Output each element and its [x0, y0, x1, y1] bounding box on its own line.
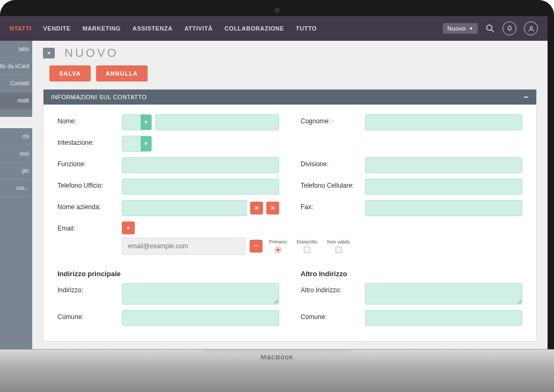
notifications-icon[interactable]: [502, 21, 516, 35]
page-title: NUOVO: [64, 46, 119, 60]
label-indirizzo: Indirizzo:: [57, 283, 116, 294]
chevron-down-icon: ▼: [141, 136, 151, 151]
svg-point-0: [487, 25, 492, 31]
tel-ufficio-input[interactable]: [122, 179, 279, 195]
disiscritto-checkbox[interactable]: [304, 247, 310, 253]
label-nome-azienda: Nome azienda:: [57, 200, 116, 211]
chevron-down-icon: ▼: [469, 26, 473, 31]
nav-tab-marketing[interactable]: MARKETING: [83, 25, 121, 32]
label-nome: Nome:: [57, 114, 116, 125]
nav-tab-tutto[interactable]: TUTTO: [296, 25, 317, 32]
collapse-icon[interactable]: –: [524, 94, 529, 100]
search-icon[interactable]: [485, 24, 495, 33]
sidebar-item[interactable]: oss...: [0, 180, 32, 197]
sidebar-item[interactable]: ossi: [0, 145, 32, 162]
azienda-remove-button[interactable]: ✕: [266, 202, 279, 215]
nav-tab-assistenza[interactable]: ASSISTENZA: [133, 25, 173, 32]
label-tel-cell: Telefono Cellulare:: [301, 179, 360, 189]
sidebar-item[interactable]: tatto: [0, 41, 32, 58]
label-email: Email:: [57, 221, 116, 232]
salutation-select[interactable]: ▼: [122, 114, 152, 130]
nuovo-dropdown[interactable]: Nuovo▼: [443, 23, 478, 34]
label-tel-ufficio: Telefono Ufficio:: [57, 179, 116, 189]
sidebar-item[interactable]: tto da vCard: [0, 58, 32, 75]
label-fax: Fax:: [301, 200, 360, 211]
sidebar-item[interactable]: [0, 117, 32, 128]
fax-input[interactable]: [365, 200, 522, 216]
addr-alt-heading: Altro Indirizzo: [301, 270, 522, 278]
panel-title: INFORMAZIONI SUL CONTATTO: [51, 94, 147, 100]
label-alt-comune: Comune:: [301, 310, 360, 321]
svg-line-1: [491, 29, 494, 32]
label-comune: Comune:: [57, 310, 116, 321]
chevron-down-icon: ▼: [141, 115, 151, 130]
nome-input[interactable]: [155, 114, 279, 130]
addr-main-heading: Indirizzo principale: [57, 270, 279, 278]
label-divisione: Divisione:: [301, 157, 360, 168]
top-nav: NTATTI VENDITE MARKETING ASSISTENZA ATTI…: [0, 16, 548, 41]
altro-indirizzo-input[interactable]: [365, 283, 522, 305]
sidebar-item[interactable]: ntatti: [0, 92, 32, 109]
sidebar-item[interactable]: gio: [0, 162, 32, 180]
cancel-button[interactable]: ANNULLA: [96, 65, 148, 82]
indirizzo-input[interactable]: [122, 283, 279, 305]
svg-point-2: [530, 26, 532, 28]
nav-tab-vendite[interactable]: VENDITE: [43, 25, 70, 32]
add-email-button[interactable]: +: [122, 221, 135, 234]
primario-radio[interactable]: [275, 247, 281, 253]
contact-panel: INFORMAZIONI SUL CONTATTO – Nome: ▼: [43, 89, 537, 342]
save-button[interactable]: SALVA: [49, 65, 91, 82]
opt-nonvalido-label: Non valido: [327, 239, 351, 245]
nonvalido-checkbox[interactable]: [336, 247, 342, 253]
azienda-input[interactable]: [122, 200, 247, 216]
sidebar: tatto tto da vCard Contatti ntatti chi o…: [0, 41, 32, 349]
cognome-input[interactable]: [365, 114, 522, 130]
user-icon[interactable]: [524, 21, 538, 35]
remove-email-button[interactable]: −: [250, 240, 263, 253]
nav-tab-contatti[interactable]: NTATTI: [10, 25, 31, 32]
nav-tab-collaborazione[interactable]: COLLABORAZIONE: [224, 25, 284, 32]
comune-input[interactable]: [122, 310, 279, 326]
azienda-clear-button[interactable]: ✕: [250, 202, 263, 215]
label-intestazione: Intestazione:: [57, 136, 116, 146]
intestazione-select[interactable]: ▼: [122, 136, 152, 152]
opt-disiscritto-label: Disiscritto: [297, 239, 318, 245]
sidebar-item[interactable]: Contatti: [0, 75, 32, 92]
nav-tab-attivita[interactable]: ATTIVITÀ: [184, 25, 213, 32]
label-cognome: Cognome:: [301, 114, 360, 125]
tel-cell-input[interactable]: [365, 179, 522, 195]
funzione-input[interactable]: [122, 157, 279, 173]
divisione-input[interactable]: [365, 157, 522, 173]
email-input[interactable]: [122, 238, 245, 255]
label-funzione: Funzione:: [57, 157, 116, 168]
sidebar-item[interactable]: chi: [0, 128, 32, 145]
alt-comune-input[interactable]: [365, 310, 522, 326]
label-altro-indirizzo: Altro Indirizzo:: [301, 283, 360, 294]
opt-primario-label: Primario: [269, 239, 287, 245]
share-button[interactable]: [43, 48, 55, 58]
